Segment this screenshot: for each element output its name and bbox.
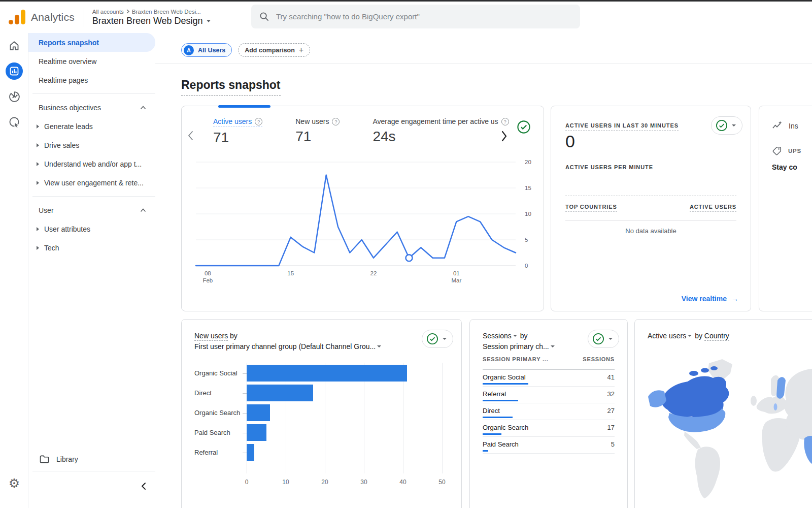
header-divider xyxy=(84,8,84,27)
realtime-options-button[interactable] xyxy=(711,116,742,135)
sidebar-divider xyxy=(32,93,155,94)
bar-direct[interactable] xyxy=(247,385,313,401)
breadcrumb-root[interactable]: All accounts xyxy=(92,9,124,15)
sessions-table-header: SESSION PRIMARY ... SESSIONS xyxy=(483,356,615,364)
map-country-denmark[interactable] xyxy=(774,403,777,410)
property-switcher[interactable]: Braxten Breen Web Design xyxy=(92,16,211,26)
sidebar-item-understand-web-and-or-app-t[interactable]: Understand web and/or app t... xyxy=(28,154,155,173)
insights-upsell-row[interactable]: UPS xyxy=(772,146,801,156)
metric-tabs: Active users?71New users?71Average engag… xyxy=(213,117,509,146)
sidebar-item-tech[interactable]: Tech xyxy=(28,238,155,257)
category-tick xyxy=(243,413,247,414)
all-users-segment-chip[interactable]: A All Users xyxy=(181,43,232,57)
app-header: Analytics All accounts Braxten Breen Web… xyxy=(0,2,812,33)
analytics-logo-icon xyxy=(7,9,26,26)
chevron-down-icon xyxy=(732,124,736,126)
chevron-up-icon xyxy=(140,208,146,212)
map-continent-asia xyxy=(785,369,812,440)
help-icon[interactable]: ? xyxy=(501,118,509,125)
bar-organic-search[interactable] xyxy=(247,404,270,421)
metrics-next-button[interactable] xyxy=(501,131,507,144)
new-users-options-button[interactable] xyxy=(422,330,453,348)
data-quality-icon[interactable] xyxy=(516,119,531,137)
active-users-line-chart: 0510152008Feb152201Mar xyxy=(194,157,549,287)
x-axis-tick-label: 40 xyxy=(399,479,406,486)
map-country-uk xyxy=(751,396,757,406)
metric-tab-new-users[interactable]: New users?71 xyxy=(295,117,340,146)
metric-value: 24s xyxy=(373,129,509,145)
realtime-value: 0 xyxy=(565,132,575,151)
map-country-sweden[interactable] xyxy=(776,377,786,399)
world-map[interactable] xyxy=(644,351,812,508)
dimension-selector[interactable]: First user primary channel group (Defaul… xyxy=(194,342,382,351)
sessions-value: 27 xyxy=(607,407,615,415)
sidebar-item-drive-sales[interactable]: Drive sales xyxy=(28,136,155,154)
map-island-icon xyxy=(689,371,698,376)
table-row: Organic Search17 xyxy=(483,420,615,437)
sidebar-item-generate-leads[interactable]: Generate leads xyxy=(28,117,155,136)
search-input[interactable] xyxy=(275,12,572,21)
metric-label-text: Active users xyxy=(213,117,252,125)
dimension-name[interactable]: Country xyxy=(704,332,729,341)
sidebar-item-view-user-engagement-rete[interactable]: View user engagement & rete... xyxy=(28,173,155,192)
sidebar-section-user[interactable]: User xyxy=(28,201,155,219)
add-comparison-button[interactable]: Add comparison + xyxy=(238,43,310,57)
channel-bar-chart: 01020304050Organic SocialDirectOrganic S… xyxy=(194,363,449,495)
check-circle-icon xyxy=(592,332,605,345)
realtime-table-divider xyxy=(565,220,736,220)
breadcrumb-item[interactable]: Braxten Breen Web Desi... xyxy=(132,9,201,15)
help-icon[interactable]: ? xyxy=(255,118,262,125)
insights-header[interactable]: Ins xyxy=(772,120,798,131)
sidebar-section-business-objectives[interactable]: Business objectives xyxy=(28,98,155,117)
bar-referral[interactable] xyxy=(247,444,254,461)
chevron-down-icon xyxy=(608,338,613,340)
selected-point-marker xyxy=(406,255,413,261)
x-axis-tick-label: 10 xyxy=(282,479,289,486)
view-realtime-link[interactable]: View realtime→ xyxy=(682,295,738,303)
collapse-sidebar-button[interactable] xyxy=(140,482,147,493)
admin-gear-icon[interactable]: ⚙ xyxy=(0,476,28,491)
metric-tab-average-engagement-time-per-ac[interactable]: Average engagement time per active us?24… xyxy=(373,117,509,146)
overview-card: Active users?71New users?71Average engag… xyxy=(181,106,544,311)
bar-organic-social[interactable] xyxy=(247,365,407,382)
search-bar[interactable] xyxy=(251,5,580,28)
metrics-prev-button[interactable] xyxy=(188,131,193,143)
metric-tab-active-users[interactable]: Active users?71 xyxy=(213,117,262,146)
bar-category-label: Direct xyxy=(194,385,243,401)
rail-advertising-icon[interactable] xyxy=(0,109,28,135)
bar-paid-search[interactable] xyxy=(247,424,266,441)
sidebar-item-label: User attributes xyxy=(44,225,90,233)
sidebar-item-realtime-overview[interactable]: Realtime overview xyxy=(28,52,155,71)
product-name: Analytics xyxy=(31,11,75,23)
sidebar-item-library[interactable]: Library xyxy=(40,455,78,463)
help-icon[interactable]: ? xyxy=(332,118,340,125)
rail-reports-icon[interactable] xyxy=(0,58,28,84)
metric-name[interactable]: New users xyxy=(194,332,228,341)
dimension-column-header[interactable]: SESSION PRIMARY ... xyxy=(483,356,549,364)
ga-dashboard: Analytics All accounts Braxten Breen Web… xyxy=(0,0,812,508)
map-country-india[interactable] xyxy=(804,436,812,464)
x-axis-tick-label: 15 xyxy=(287,270,294,276)
new-users-card-title: New users by First user primary channel … xyxy=(194,331,382,352)
rail-home-icon[interactable] xyxy=(0,33,28,58)
sidebar-item-reports-snapshot[interactable]: Reports snapshot xyxy=(28,33,155,52)
window-top-strip xyxy=(0,0,812,2)
metric-label: New users? xyxy=(295,117,340,125)
channel-name: Organic Search xyxy=(483,424,528,431)
breadcrumb[interactable]: All accounts Braxten Breen Web Desi... xyxy=(92,9,211,15)
expand-triangle-icon xyxy=(37,181,39,185)
sessions-options-button[interactable] xyxy=(588,330,619,348)
rail-explore-icon[interactable] xyxy=(0,84,28,109)
property-block: All accounts Braxten Breen Web Desi... B… xyxy=(92,9,211,26)
sessions-column-header[interactable]: SESSIONS xyxy=(583,356,615,364)
analytics-home-link[interactable]: Analytics xyxy=(7,9,75,26)
sidebar-item-user-attributes[interactable]: User attributes xyxy=(28,219,155,238)
metric-selector[interactable]: Active users xyxy=(648,332,693,340)
dimension-selector[interactable]: Session primary ch... xyxy=(483,342,556,351)
channel-name: Direct xyxy=(483,407,500,415)
metric-selector[interactable]: Sessions xyxy=(483,332,518,340)
sessions-value: 32 xyxy=(607,390,615,398)
metric-value: 71 xyxy=(213,130,262,146)
sidebar-item-realtime-pages[interactable]: Realtime pages xyxy=(28,71,155,89)
map-card-title: Active users by Country xyxy=(648,331,729,341)
